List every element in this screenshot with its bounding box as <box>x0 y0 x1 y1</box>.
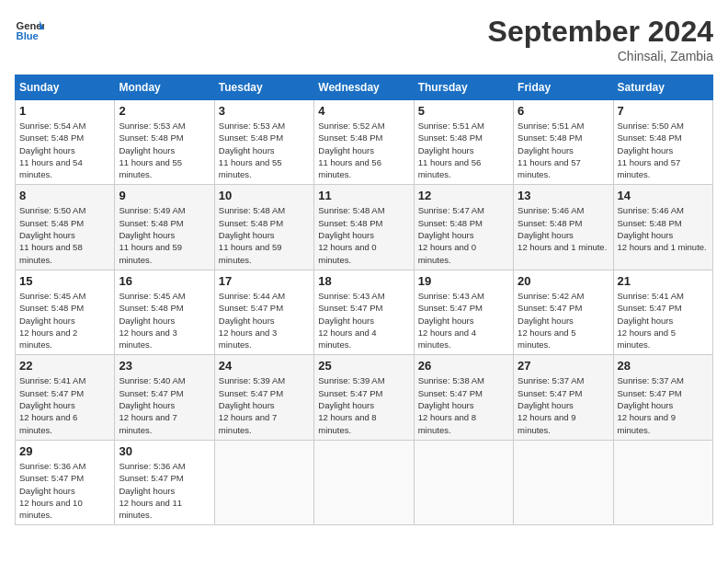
calendar-cell: 9 Sunrise: 5:49 AMSunset: 5:48 PMDayligh… <box>115 185 214 270</box>
day-info: Sunrise: 5:40 AMSunset: 5:47 PMDaylight … <box>119 375 185 434</box>
day-info: Sunrise: 5:38 AMSunset: 5:47 PMDaylight … <box>418 375 484 434</box>
day-number: 11 <box>318 189 409 202</box>
calendar-cell: 20 Sunrise: 5:42 AMSunset: 5:47 PMDaylig… <box>514 270 613 354</box>
day-number: 15 <box>19 274 110 288</box>
calendar-week-row: 1 Sunrise: 5:54 AMSunset: 5:48 PMDayligh… <box>16 100 713 185</box>
day-info: Sunrise: 5:44 AMSunset: 5:47 PMDaylight … <box>219 291 285 350</box>
calendar-table: SundayMondayTuesdayWednesdayThursdayFrid… <box>15 75 713 525</box>
calendar-cell: 21 Sunrise: 5:41 AMSunset: 5:47 PMDaylig… <box>613 270 712 354</box>
logo-icon: General Blue <box>15 15 44 44</box>
calendar-cell: 19 Sunrise: 5:43 AMSunset: 5:47 PMDaylig… <box>414 270 513 354</box>
calendar-cell: 25 Sunrise: 5:39 AMSunset: 5:47 PMDaylig… <box>314 355 414 440</box>
calendar-cell: 3 Sunrise: 5:53 AMSunset: 5:48 PMDayligh… <box>214 100 313 185</box>
location-subtitle: Chinsali, Zambia <box>488 49 713 63</box>
day-number: 16 <box>119 274 210 288</box>
day-info: Sunrise: 5:36 AMSunset: 5:47 PMDaylight … <box>119 461 185 520</box>
column-header-thursday: Thursday <box>414 75 513 100</box>
day-number: 28 <box>618 359 709 373</box>
day-info: Sunrise: 5:39 AMSunset: 5:47 PMDaylight … <box>318 375 384 434</box>
title-block: September 2024 Chinsali, Zambia <box>488 15 713 63</box>
day-info: Sunrise: 5:54 AMSunset: 5:48 PMDaylight … <box>19 121 85 179</box>
calendar-cell: 1 Sunrise: 5:54 AMSunset: 5:48 PMDayligh… <box>16 100 115 185</box>
calendar-cell <box>613 440 712 524</box>
day-info: Sunrise: 5:51 AMSunset: 5:48 PMDaylight … <box>518 121 584 179</box>
day-info: Sunrise: 5:50 AMSunset: 5:48 PMDaylight … <box>19 205 85 264</box>
calendar-cell: 29 Sunrise: 5:36 AMSunset: 5:47 PMDaylig… <box>16 440 115 524</box>
day-number: 30 <box>119 444 210 458</box>
calendar-cell: 16 Sunrise: 5:45 AMSunset: 5:48 PMDaylig… <box>115 270 214 354</box>
calendar-cell: 17 Sunrise: 5:44 AMSunset: 5:47 PMDaylig… <box>214 270 313 354</box>
day-number: 26 <box>418 359 509 373</box>
calendar-header-row: SundayMondayTuesdayWednesdayThursdayFrid… <box>16 75 713 100</box>
column-header-sunday: Sunday <box>16 75 115 100</box>
calendar-cell: 23 Sunrise: 5:40 AMSunset: 5:47 PMDaylig… <box>115 355 214 440</box>
day-info: Sunrise: 5:47 AMSunset: 5:48 PMDaylight … <box>418 205 484 264</box>
calendar-week-row: 29 Sunrise: 5:36 AMSunset: 5:47 PMDaylig… <box>16 440 713 524</box>
day-number: 5 <box>418 104 509 118</box>
day-number: 6 <box>518 104 609 118</box>
calendar-cell: 11 Sunrise: 5:48 AMSunset: 5:48 PMDaylig… <box>314 185 414 270</box>
day-number: 22 <box>19 359 110 373</box>
day-info: Sunrise: 5:48 AMSunset: 5:48 PMDaylight … <box>219 205 285 264</box>
calendar-cell <box>414 440 513 524</box>
day-info: Sunrise: 5:45 AMSunset: 5:48 PMDaylight … <box>119 291 185 350</box>
calendar-week-row: 22 Sunrise: 5:41 AMSunset: 5:47 PMDaylig… <box>16 355 713 440</box>
day-number: 14 <box>618 189 709 202</box>
calendar-cell: 14 Sunrise: 5:46 AMSunset: 5:48 PMDaylig… <box>613 185 712 270</box>
day-info: Sunrise: 5:51 AMSunset: 5:48 PMDaylight … <box>418 121 484 179</box>
calendar-cell: 7 Sunrise: 5:50 AMSunset: 5:48 PMDayligh… <box>613 100 712 185</box>
calendar-cell: 24 Sunrise: 5:39 AMSunset: 5:47 PMDaylig… <box>214 355 313 440</box>
calendar-cell <box>314 440 414 524</box>
column-header-tuesday: Tuesday <box>214 75 313 100</box>
day-number: 29 <box>19 444 110 458</box>
day-info: Sunrise: 5:41 AMSunset: 5:47 PMDaylight … <box>618 291 684 350</box>
calendar-cell: 5 Sunrise: 5:51 AMSunset: 5:48 PMDayligh… <box>414 100 513 185</box>
day-info: Sunrise: 5:43 AMSunset: 5:47 PMDaylight … <box>318 291 384 350</box>
calendar-cell: 26 Sunrise: 5:38 AMSunset: 5:47 PMDaylig… <box>414 355 513 440</box>
calendar-cell: 2 Sunrise: 5:53 AMSunset: 5:48 PMDayligh… <box>115 100 214 185</box>
calendar-week-row: 8 Sunrise: 5:50 AMSunset: 5:48 PMDayligh… <box>16 185 713 270</box>
column-header-friday: Friday <box>514 75 613 100</box>
calendar-cell: 15 Sunrise: 5:45 AMSunset: 5:48 PMDaylig… <box>16 270 115 354</box>
day-info: Sunrise: 5:36 AMSunset: 5:47 PMDaylight … <box>19 461 85 520</box>
calendar-cell: 22 Sunrise: 5:41 AMSunset: 5:47 PMDaylig… <box>16 355 115 440</box>
day-info: Sunrise: 5:45 AMSunset: 5:48 PMDaylight … <box>19 291 85 350</box>
calendar-cell: 12 Sunrise: 5:47 AMSunset: 5:48 PMDaylig… <box>414 185 513 270</box>
day-info: Sunrise: 5:48 AMSunset: 5:48 PMDaylight … <box>318 205 384 264</box>
calendar-cell: 28 Sunrise: 5:37 AMSunset: 5:47 PMDaylig… <box>613 355 712 440</box>
day-number: 17 <box>219 274 310 288</box>
month-title: September 2024 <box>488 15 713 49</box>
day-info: Sunrise: 5:41 AMSunset: 5:47 PMDaylight … <box>19 375 85 434</box>
calendar-cell: 13 Sunrise: 5:46 AMSunset: 5:48 PMDaylig… <box>514 185 613 270</box>
day-number: 3 <box>219 104 310 118</box>
day-number: 7 <box>618 104 709 118</box>
day-number: 9 <box>119 189 210 202</box>
day-number: 21 <box>618 274 709 288</box>
calendar-cell: 10 Sunrise: 5:48 AMSunset: 5:48 PMDaylig… <box>214 185 313 270</box>
day-number: 4 <box>318 104 409 118</box>
day-info: Sunrise: 5:42 AMSunset: 5:47 PMDaylight … <box>518 291 584 350</box>
day-info: Sunrise: 5:53 AMSunset: 5:48 PMDaylight … <box>119 121 185 179</box>
page-header: General Blue September 2024 Chinsali, Za… <box>15 15 713 63</box>
day-info: Sunrise: 5:37 AMSunset: 5:47 PMDaylight … <box>618 375 684 434</box>
day-number: 1 <box>19 104 110 118</box>
calendar-cell: 18 Sunrise: 5:43 AMSunset: 5:47 PMDaylig… <box>314 270 414 354</box>
logo: General Blue <box>15 15 44 44</box>
day-number: 2 <box>119 104 210 118</box>
calendar-cell: 30 Sunrise: 5:36 AMSunset: 5:47 PMDaylig… <box>115 440 214 524</box>
day-number: 12 <box>418 189 509 202</box>
day-number: 23 <box>119 359 210 373</box>
day-number: 24 <box>219 359 310 373</box>
day-info: Sunrise: 5:39 AMSunset: 5:47 PMDaylight … <box>219 375 285 434</box>
day-number: 20 <box>518 274 609 288</box>
day-info: Sunrise: 5:43 AMSunset: 5:47 PMDaylight … <box>418 291 484 350</box>
day-number: 10 <box>219 189 310 202</box>
calendar-cell: 27 Sunrise: 5:37 AMSunset: 5:47 PMDaylig… <box>514 355 613 440</box>
day-number: 8 <box>19 189 110 202</box>
calendar-cell: 8 Sunrise: 5:50 AMSunset: 5:48 PMDayligh… <box>16 185 115 270</box>
calendar-cell: 6 Sunrise: 5:51 AMSunset: 5:48 PMDayligh… <box>514 100 613 185</box>
column-header-wednesday: Wednesday <box>314 75 414 100</box>
calendar-cell <box>514 440 613 524</box>
calendar-week-row: 15 Sunrise: 5:45 AMSunset: 5:48 PMDaylig… <box>16 270 713 354</box>
day-info: Sunrise: 5:49 AMSunset: 5:48 PMDaylight … <box>119 205 185 264</box>
